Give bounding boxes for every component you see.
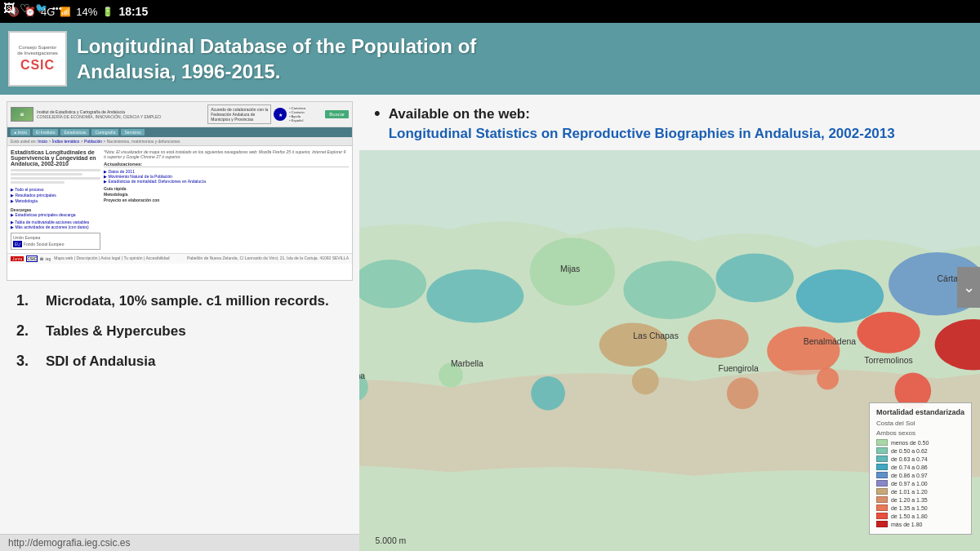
ws-gov-logo: 🏛 <box>11 107 33 122</box>
ws-footer: Junta CSIC 🏛 ieg Mapa web | Descripción … <box>7 253 352 264</box>
heart-icon: ♡ <box>20 2 30 15</box>
legend-color-10 <box>876 521 888 527</box>
svg-point-6 <box>623 260 715 318</box>
legend-color-4 <box>876 472 888 478</box>
bullet-item-1: 1. Microdata, 10% sample. c1 million rec… <box>16 292 346 311</box>
legend-color-9 <box>876 513 888 519</box>
legend-item-10: más de 1.80 <box>876 521 964 527</box>
status-icons-left: 🖼 ♡ 🐦 ••• <box>3 2 62 15</box>
battery-label: 14% <box>76 6 97 18</box>
ws-nav-inicio[interactable]: ● Inicio <box>11 129 30 136</box>
ws-topbar: 🏛 Institut de Estadística y Cartografía … <box>7 102 352 127</box>
available-link[interactable]: Longitudinal Statistics on Reproductive … <box>389 126 895 141</box>
ws-main: *Nota: El visualizador de mapa no está i… <box>104 149 349 250</box>
ws-ieg-logo: 🏛 ieg <box>40 256 51 261</box>
ws-ue-text: Fondo Social Europeo <box>24 242 64 247</box>
svg-text:Estepona: Estepona <box>359 371 365 380</box>
ws-line3 <box>11 177 100 180</box>
ws-descarga-link[interactable]: ▶ Estadísticas principales descarga <box>11 212 100 217</box>
ws-line4 <box>11 181 65 184</box>
ws-nav-servicios[interactable]: Servicios <box>121 129 144 136</box>
svg-text:Mijas: Mijas <box>560 264 580 273</box>
svg-point-12 <box>688 319 748 358</box>
svg-text:Fuengirola: Fuengirola <box>719 364 759 373</box>
legend-item-8: de 1.35 a 1.50 <box>876 504 964 511</box>
legend-item-5: de 0.97 a 1.00 <box>876 480 964 487</box>
ws-footer-address: Pabellón de Nueva Zelanda, C/ Leonardo d… <box>187 256 349 262</box>
svg-text:Benalmádena: Benalmádena <box>804 337 856 346</box>
legend-title: Mortalidad estandarizada <box>876 408 964 416</box>
ws-logo-area: 🏛 Institut de Estadística y Cartografía … <box>11 107 161 122</box>
legend-label-3: de 0.74 a 0.86 <box>891 464 928 470</box>
ws-act-link3[interactable]: ▶ Estadísticas de mortalidad: Defuncione… <box>104 179 349 184</box>
svg-point-14 <box>857 312 920 353</box>
bullet-text-2: Tables & Hypercubes <box>46 322 186 341</box>
svg-point-11 <box>599 322 667 367</box>
url-bar: http://demografia.ieg.csic.es <box>0 534 359 551</box>
svg-text:5.000 m: 5.000 m <box>376 536 407 545</box>
ws-links-section: Guía rápida Metodología Proyecto en elab… <box>104 186 349 202</box>
ws-footer-links: Mapa web | Descripción | Aviso legal | T… <box>54 256 184 262</box>
legend-label-0: menos de 0.50 <box>891 440 929 446</box>
legend-item-1: de 0.50 a 0.62 <box>876 447 964 454</box>
svg-point-21 <box>817 367 839 389</box>
ws-line1 <box>11 169 100 171</box>
bullet-text-3: SDI of Andalusia <box>46 353 155 371</box>
legend-item-6: de 1.01 a 1.20 <box>876 488 964 495</box>
ws-ue-flag: EU <box>13 241 22 247</box>
ws-csic-small: CSIC <box>26 256 38 262</box>
legend-label-9: de 1.50 a 1.80 <box>891 513 928 519</box>
legend-label-10: más de 1.80 <box>891 522 923 527</box>
chevron-down-icon: ⌄ <box>963 278 975 296</box>
legend-item-3: de 0.74 a 0.86 <box>876 464 964 470</box>
ws-buscar-btn[interactable]: Buscar <box>325 110 349 118</box>
ws-links: ▶ Todo el proceso ▶ Resultados principal… <box>11 187 100 203</box>
ws-link2[interactable]: ▶ Resultados principales <box>11 193 100 198</box>
svg-text:Marbella: Marbella <box>451 359 483 368</box>
ws-junta-logo: Junta <box>11 256 24 261</box>
ws-link1[interactable]: ▶ Todo el proceso <box>11 187 100 192</box>
legend-label-2: de 0.63 a 0.74 <box>891 456 928 462</box>
map-placeholder: Marbella Estepona Fuengirola Torremolino… <box>359 150 980 551</box>
ws-eu-icon: ★ <box>274 108 287 121</box>
legend-color-1 <box>876 447 888 454</box>
legend-label-6: de 1.01 a 1.20 <box>891 489 928 495</box>
svg-point-4 <box>426 269 523 323</box>
csic-logo: Consejo Superiorde Investigaciones CSIC <box>8 31 67 87</box>
ws-actualizacion: Actualizaciones: ▶ Datos de 2011 ▶ Movim… <box>104 162 349 184</box>
available-label: Available on the web: <box>389 106 530 122</box>
time-display: 18:15 <box>118 5 148 18</box>
status-bar: 🖼 ♡ 🐦 ••• 🔇 ⏰ 4G 📶 14% 🔋 18:15 <box>0 0 980 23</box>
legend-color-2 <box>876 455 888 462</box>
ws-footer-link1: Mapa web | <box>54 256 75 260</box>
slide-header: Consejo Superiorde Investigaciones CSIC … <box>0 23 980 95</box>
ws-partner-logos: Acuerdo de colaboración con laFederación… <box>207 104 322 124</box>
ws-nav-cartografia[interactable]: Cartografía <box>91 129 118 136</box>
ws-footer-link3: Aviso legal | <box>100 256 122 260</box>
ws-line2 <box>11 173 82 176</box>
ws-page-title: Estadísticas Longitudinales de Supervive… <box>11 149 100 167</box>
more-icon: ••• <box>52 3 62 13</box>
ws-ue-logos: EU Fondo Social Europeo <box>13 241 98 247</box>
bullet-points-area: 1. Microdata, 10% sample. c1 million rec… <box>0 281 359 534</box>
csic-label: CSIC <box>20 58 55 73</box>
ws-footer-link5: Accesibilidad <box>145 256 169 260</box>
ws-nav-bar: ● Inicio El Instituto Estadísticas Carto… <box>7 127 352 137</box>
ws-footer-link4: Tu opinión | <box>123 256 145 260</box>
legend-label-7: de 1.20 a 1.35 <box>891 497 928 503</box>
bullet-number-1: 1. <box>16 292 39 309</box>
available-section: • Available on the web: Longitudinal Sta… <box>359 95 980 150</box>
legend-subtitle: Costa del Sol <box>876 420 964 427</box>
ws-sidebar: Estadísticas Longitudinales de Supervive… <box>11 149 100 250</box>
ws-data-label: Guía rápida <box>104 186 349 191</box>
map-legend: Mortalidad estandarizada Costa del Sol A… <box>869 402 972 535</box>
ws-link3[interactable]: ▶ Metodología <box>11 198 100 203</box>
svg-point-7 <box>716 253 794 302</box>
nav-arrow-right[interactable]: ⌄ <box>957 267 980 308</box>
legend-gender: Ambos sexos <box>876 429 964 437</box>
ws-nav-estadisticas[interactable]: Estadísticas <box>60 129 89 136</box>
ws-nav-instituto[interactable]: El Instituto <box>33 129 58 136</box>
ws-tool2[interactable]: ▶ Más actividados de acciones (con datos… <box>11 224 100 229</box>
slide-container: Consejo Superiorde Investigaciones CSIC … <box>0 23 980 551</box>
legend-color-6 <box>876 488 888 495</box>
